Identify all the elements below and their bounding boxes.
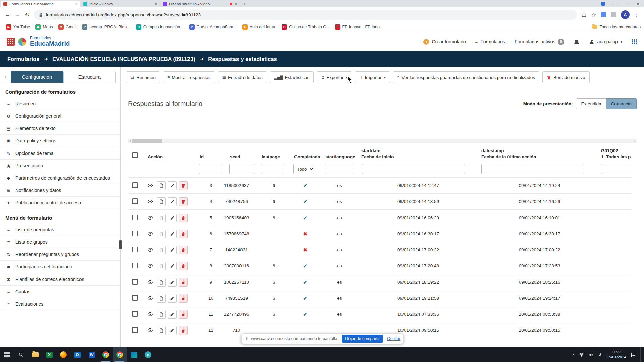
sidebar-item-lista-de-grupos[interactable]: ≡Lista de grupos <box>0 236 120 248</box>
row-checkbox[interactable] <box>132 215 138 220</box>
view-response-button[interactable] <box>146 326 155 335</box>
toolbar-entrada-de-datos-button[interactable]: ▦Entrada de datos <box>218 71 267 83</box>
tab-configuracion[interactable]: Configuración <box>11 71 63 83</box>
delete-response-button[interactable] <box>179 310 188 319</box>
sidebar-item-resumen[interactable]: ≡Resumen <box>0 98 120 110</box>
delete-response-button[interactable] <box>179 278 188 287</box>
bell-icon[interactable] <box>574 39 580 45</box>
row-checkbox[interactable] <box>132 198 138 204</box>
url-box[interactable]: formularios.educa.madrid.org/index.php/r… <box>34 10 577 20</box>
view-response-button[interactable] <box>146 310 155 319</box>
row-checkbox[interactable] <box>132 263 138 268</box>
taskbar-clock[interactable]: 11:33 15/01/2024 <box>607 350 626 360</box>
reload-icon[interactable]: ↻ <box>25 11 30 18</box>
filter-lastpage-input[interactable] <box>261 164 284 174</box>
view-file-button[interactable] <box>157 214 166 222</box>
row-checkbox[interactable] <box>132 231 138 236</box>
sidebar-item-publicacion-y-control-de-acceso[interactable]: ✦Publicación y control de acceso <box>0 197 120 209</box>
notifications-icon[interactable] <box>631 352 636 357</box>
taskbar-word-icon[interactable]: W <box>85 347 99 362</box>
col-completada[interactable]: Completada <box>281 154 309 160</box>
delete-response-button[interactable] <box>179 326 188 335</box>
toolbar-importar-button[interactable]: ↧Importar▾ <box>355 71 390 83</box>
taskbar-file-explorer-icon[interactable] <box>28 347 42 362</box>
bookmark-fp-innova-fp-inno[interactable]: FFP Innova - FP Inno... <box>332 23 386 31</box>
bookmark-campus-innovacion[interactable]: CCampus Innovación... <box>133 23 186 31</box>
edit-response-button[interactable] <box>168 230 177 238</box>
bookmark-gmail[interactable]: MGmail <box>56 23 79 31</box>
wifi-icon[interactable] <box>579 353 584 357</box>
col-lastpage[interactable]: lastpage <box>252 154 281 160</box>
forms-link[interactable]: ≡ Formularios <box>475 39 505 44</box>
sidebar-item-parametros-de-configuracion-de-encuestados[interactable]: ☻Parámetros de configuración de encuesta… <box>0 172 120 184</box>
tab-estructura[interactable]: Estructura <box>63 71 116 83</box>
col-startlanguage[interactable]: startlanguage <box>309 154 344 160</box>
horizontal-scrollbar[interactable]: ◂ ▸ <box>128 139 637 143</box>
educamadrid-logo[interactable]: Formularios EducaMadrid <box>7 36 70 47</box>
delete-response-button[interactable] <box>179 230 188 238</box>
row-checkbox[interactable] <box>132 327 138 333</box>
edit-response-button[interactable] <box>168 262 177 270</box>
filter-seed-input[interactable] <box>229 164 255 174</box>
sidebar-item-evaluaciones[interactable]: ❝Evaluaciones <box>0 298 120 310</box>
taskbar-outlook-icon[interactable]: O <box>70 347 85 362</box>
view-file-button[interactable] <box>157 197 166 206</box>
taskbar-start-icon[interactable] <box>0 347 14 362</box>
sidebar-item-notificaciones-y-datos[interactable]: ≋Notificaciones y datos <box>0 184 120 197</box>
bookmark-acomp-proa-bien[interactable]: Pacomp_PROA: Bien... <box>79 23 133 31</box>
delete-response-button[interactable] <box>179 181 188 190</box>
browser-tab[interactable]: Inicio - Canva✕ <box>80 1 160 7</box>
sidebar-item-configuracion-general[interactable]: ⚙Configuración general <box>0 110 120 122</box>
row-checkbox[interactable] <box>132 295 138 301</box>
delete-response-button[interactable] <box>179 214 188 222</box>
row-checkbox[interactable] <box>132 182 138 188</box>
view-response-button[interactable] <box>146 197 155 206</box>
delete-response-button[interactable] <box>179 262 188 270</box>
col-seed[interactable]: seed <box>215 154 252 160</box>
sidebar-item-presentacion[interactable]: ◉Presentación <box>0 160 120 172</box>
browser-profile-icon[interactable] <box>601 2 605 6</box>
row-checkbox[interactable] <box>132 279 138 285</box>
taskbar-chrome-icon[interactable] <box>113 347 127 362</box>
edit-response-button[interactable] <box>168 214 177 222</box>
view-file-button[interactable] <box>157 310 166 319</box>
filter-datestamp-input[interactable] <box>481 164 584 174</box>
bookmark-youtube[interactable]: ▶YouTube <box>3 23 33 31</box>
toolbar-estadisticas-button[interactable]: ▂▅▇Estadísticas <box>270 71 314 83</box>
window-maximize-icon[interactable]: ▢ <box>620 0 632 7</box>
window-minimize-icon[interactable]: — <box>608 0 620 7</box>
tab-close-icon[interactable]: ✕ <box>234 2 237 6</box>
extension-icon[interactable] <box>611 12 616 17</box>
extension-icon[interactable] <box>601 12 606 17</box>
view-file-button[interactable] <box>157 326 166 335</box>
sidebar-item-participantes-del-formulario[interactable]: ☻Participantes del formulario <box>0 261 120 273</box>
mic-icon[interactable] <box>598 353 602 357</box>
browser-menu-icon[interactable]: ⋮ <box>634 12 639 18</box>
bookmark-maps[interactable]: ◉Maps <box>33 23 56 31</box>
taskbar-search-icon[interactable] <box>14 347 28 362</box>
taskbar-excel-icon[interactable]: X <box>42 347 56 362</box>
taskbar-firefox-icon[interactable] <box>56 347 70 362</box>
sidebar-item-opciones-de-tema[interactable]: ✎Opciones de tema <box>0 147 120 160</box>
browser-tab[interactable]: Diseño sin título - Video✕ <box>160 1 240 7</box>
new-tab-button[interactable]: + <box>240 1 249 7</box>
volume-icon[interactable] <box>589 352 594 357</box>
edit-response-button[interactable] <box>168 246 177 254</box>
sidebar-item-data-policy-settings[interactable]: ▣Data policy settings <box>0 135 120 147</box>
filter-startlanguage-input[interactable] <box>325 164 354 174</box>
tab-close-icon[interactable]: ✕ <box>155 2 157 6</box>
mode-compacta-button[interactable]: Compacta <box>606 98 637 109</box>
view-response-button[interactable] <box>146 214 155 222</box>
view-response-button[interactable] <box>146 230 155 238</box>
col-startdate[interactable]: startdate Fecha de inicio <box>344 148 465 160</box>
edit-response-button[interactable] <box>168 181 177 190</box>
edit-response-button[interactable] <box>168 278 177 287</box>
back-icon[interactable]: ← <box>5 11 10 18</box>
toolbar-mostrar-respuestas-button[interactable]: ≡Mostrar respuestas <box>163 71 215 83</box>
view-file-button[interactable] <box>157 230 166 238</box>
tab-close-icon[interactable]: ✕ <box>75 2 78 6</box>
scrollbar-thumb[interactable] <box>132 139 162 143</box>
bookmark-curso-acompanam[interactable]: PCurso: Acompañam... <box>186 23 239 31</box>
sidebar-item-reordenar-preguntas-y-grupos[interactable]: ⇅Reordenar preguntas y grupos <box>0 248 120 261</box>
delete-response-button[interactable] <box>179 246 188 254</box>
